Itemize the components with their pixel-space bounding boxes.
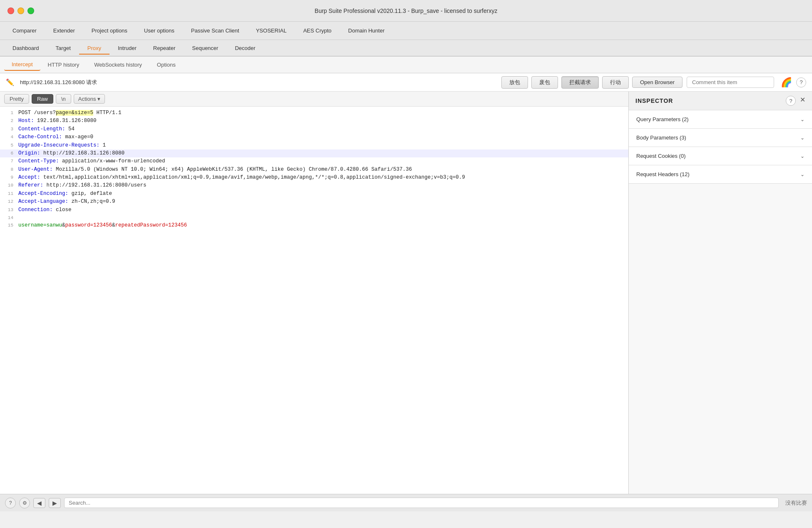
next-button[interactable]: ▶ bbox=[49, 498, 61, 508]
cookies-chevron-icon: ⌄ bbox=[800, 153, 805, 159]
comment-input[interactable] bbox=[687, 77, 774, 88]
editor-area: Pretty Raw \n Actions ▾ 1 POST /users?pa… bbox=[0, 92, 629, 494]
body-params-label: Body Parameters (3) bbox=[636, 134, 686, 141]
query-params-header[interactable]: Query Parameters (2) ⌄ bbox=[629, 110, 812, 128]
query-params-section: Query Parameters (2) ⌄ bbox=[629, 110, 812, 129]
inspector-icon-group: ? ✕ bbox=[786, 96, 805, 106]
open-browser-button[interactable]: Open Browser bbox=[632, 77, 682, 88]
bottom-help-icon: ? bbox=[9, 500, 12, 506]
subtab-proxy[interactable]: Proxy bbox=[79, 42, 110, 55]
burp-logo-icon: 🌈 bbox=[781, 77, 792, 88]
cookies-section: Request Cookies (0) ⌄ bbox=[629, 147, 812, 165]
actions-button[interactable]: Actions ▾ bbox=[74, 94, 105, 104]
code-line-3: 3 Content-Length: 54 bbox=[0, 125, 628, 133]
editor-toolbar: Pretty Raw \n Actions ▾ bbox=[0, 92, 628, 107]
tab-extender[interactable]: Extender bbox=[45, 25, 83, 36]
help-button[interactable]: ? bbox=[796, 77, 806, 87]
headers-chevron-icon: ⌄ bbox=[800, 172, 805, 177]
menu-bar: Comparer Extender Project options User o… bbox=[0, 22, 812, 40]
tab-comparer[interactable]: Comparer bbox=[4, 25, 45, 36]
inspector-header: INSPECTOR ? ✕ bbox=[629, 92, 812, 110]
subtab-sequencer[interactable]: Sequencer bbox=[184, 42, 227, 54]
code-line-2: 2 Host: 192.168.31.126:8080 bbox=[0, 117, 628, 125]
sub-menu-bar: Dashboard Target Proxy Intruder Repeater… bbox=[0, 40, 812, 57]
inspector-close-button[interactable]: ✕ bbox=[800, 96, 805, 106]
body-params-header[interactable]: Body Parameters (3) ⌄ bbox=[629, 129, 812, 147]
tab-passive-scan[interactable]: Passive Scan Client bbox=[183, 25, 248, 36]
request-url: http://192.168.31.126:8080 请求 bbox=[20, 79, 497, 86]
window-title: Burp Suite Professional v2020.11.3 - Bur… bbox=[315, 7, 498, 14]
inspector-panel: INSPECTOR ? ✕ Query Parameters (2) ⌄ Bod… bbox=[629, 92, 812, 494]
query-params-chevron-icon: ⌄ bbox=[800, 117, 805, 122]
actions-arrow-icon: ▾ bbox=[97, 96, 100, 102]
search-input[interactable] bbox=[64, 498, 779, 508]
cookies-label: Request Cookies (0) bbox=[636, 153, 686, 159]
settings-button[interactable]: ⚙ bbox=[19, 498, 30, 508]
headers-section: Request Headers (12) ⌄ bbox=[629, 165, 812, 184]
proxy-tab-options[interactable]: Options bbox=[149, 59, 183, 70]
proxy-tab-intercept[interactable]: Intercept bbox=[4, 59, 40, 71]
settings-icon: ⚙ bbox=[22, 500, 27, 506]
action-buttons: 放包 废包 拦截请求 行动 Open Browser bbox=[501, 76, 682, 89]
title-bar: Burp Suite Professional v2020.11.3 - Bur… bbox=[0, 0, 812, 22]
newline-button[interactable]: \n bbox=[56, 94, 71, 104]
subtab-decoder[interactable]: Decoder bbox=[227, 42, 264, 54]
bottom-bar: ? ⚙ ◀ ▶ 没有比赛 bbox=[0, 494, 812, 511]
code-line-4: 4 Cache-Control: max-age=0 bbox=[0, 133, 628, 141]
prev-button[interactable]: ◀ bbox=[33, 498, 45, 508]
code-line-1: 1 POST /users?page=&size=5 HTTP/1.1 bbox=[0, 109, 628, 117]
tab-domain-hunter[interactable]: Domain Hunter bbox=[340, 25, 393, 36]
no-match-label: 没有比赛 bbox=[785, 499, 807, 507]
code-line-7: 7 Content-Type: application/x-www-form-u… bbox=[0, 157, 628, 165]
code-line-6: 6 Origin: http://192.168.31.126:8080 bbox=[0, 149, 628, 157]
forward-button[interactable]: 放包 bbox=[501, 76, 528, 89]
action-button[interactable]: 行动 bbox=[602, 76, 629, 89]
tab-ysoserial[interactable]: YSOSERIAL bbox=[247, 25, 295, 36]
window-controls bbox=[7, 7, 34, 14]
minimize-window-button[interactable] bbox=[17, 7, 24, 14]
actions-label: Actions bbox=[78, 96, 96, 102]
main-content: Pretty Raw \n Actions ▾ 1 POST /users?pa… bbox=[0, 92, 812, 494]
proxy-tabs: Intercept HTTP history WebSockets histor… bbox=[0, 57, 812, 73]
proxy-tab-http-history[interactable]: HTTP history bbox=[40, 59, 87, 70]
raw-button[interactable]: Raw bbox=[32, 94, 53, 104]
tab-user-options[interactable]: User options bbox=[136, 25, 183, 36]
inspector-title: INSPECTOR bbox=[635, 97, 673, 104]
headers-header[interactable]: Request Headers (12) ⌄ bbox=[629, 165, 812, 183]
query-params-label: Query Parameters (2) bbox=[636, 116, 689, 122]
body-params-chevron-icon: ⌄ bbox=[800, 135, 805, 141]
code-line-9: 9 Accept: text/html,application/xhtml+xm… bbox=[0, 174, 628, 182]
code-line-13: 13 Connection: close bbox=[0, 206, 628, 214]
body-params-section: Body Parameters (3) ⌄ bbox=[629, 129, 812, 147]
code-line-5: 5 Upgrade-Insecure-Requests: 1 bbox=[0, 142, 628, 149]
code-line-10: 10 Referer: http://192.168.31.126:8080/u… bbox=[0, 182, 628, 189]
code-line-14: 14 bbox=[0, 214, 628, 222]
subtab-target[interactable]: Target bbox=[47, 42, 79, 54]
cookies-header[interactable]: Request Cookies (0) ⌄ bbox=[629, 147, 812, 165]
code-line-15: 15 username=sanwu&password=123456&repeat… bbox=[0, 222, 628, 229]
drop-button[interactable]: 废包 bbox=[531, 76, 558, 89]
intercept-toolbar: ✏️ http://192.168.31.126:8080 请求 放包 废包 拦… bbox=[0, 73, 812, 92]
maximize-window-button[interactable] bbox=[27, 7, 34, 14]
code-editor[interactable]: 1 POST /users?page=&size=5 HTTP/1.1 2 Ho… bbox=[0, 107, 628, 494]
subtab-dashboard[interactable]: Dashboard bbox=[4, 42, 47, 54]
subtab-repeater[interactable]: Repeater bbox=[145, 42, 184, 54]
bottom-help-button[interactable]: ? bbox=[5, 498, 16, 508]
subtab-intruder[interactable]: Intruder bbox=[110, 42, 145, 54]
code-line-8: 8 User-Agent: Mozilla/5.0 (Windows NT 10… bbox=[0, 166, 628, 174]
proxy-tab-websockets-history[interactable]: WebSockets history bbox=[87, 59, 149, 70]
tab-project-options[interactable]: Project options bbox=[83, 25, 136, 36]
intercept-toggle-button[interactable]: 拦截请求 bbox=[561, 76, 599, 89]
code-line-12: 12 Accept-Language: zh-CN,zh;q=0.9 bbox=[0, 198, 628, 206]
help-icon: ? bbox=[800, 79, 802, 85]
headers-label: Request Headers (12) bbox=[636, 171, 690, 177]
pencil-icon: ✏️ bbox=[6, 78, 14, 86]
inspector-help-button[interactable]: ? bbox=[786, 96, 796, 106]
close-window-button[interactable] bbox=[7, 7, 14, 14]
tab-aes-crypto[interactable]: AES Crypto bbox=[295, 25, 340, 36]
pretty-button[interactable]: Pretty bbox=[4, 94, 29, 104]
code-line-11: 11 Accept-Encoding: gzip, deflate bbox=[0, 190, 628, 198]
inspector-help-icon: ? bbox=[789, 98, 792, 104]
